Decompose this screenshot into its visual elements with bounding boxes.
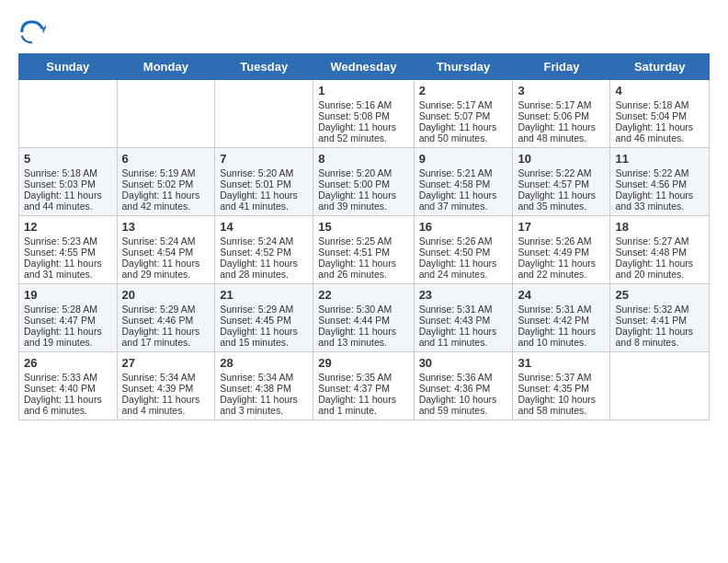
- day-info-line: and 20 minutes.: [615, 269, 704, 280]
- day-info-line: and 31 minutes.: [24, 269, 112, 280]
- day-info-line: Sunset: 5:06 PM: [518, 110, 605, 121]
- day-info-line: and 15 minutes.: [220, 337, 308, 348]
- day-info-line: and 46 minutes.: [615, 132, 704, 144]
- calendar-cell: 31Sunrise: 5:37 AMSunset: 4:35 PMDayligh…: [513, 352, 610, 420]
- day-info-line: Sunset: 4:35 PM: [518, 383, 605, 394]
- day-info-line: Daylight: 11 hours: [518, 121, 605, 132]
- day-info-line: and 37 minutes.: [419, 201, 508, 212]
- day-info-line: Sunrise: 5:34 AM: [122, 372, 210, 383]
- day-info-line: and 17 minutes.: [122, 337, 210, 348]
- day-info-line: Sunset: 4:49 PM: [518, 247, 605, 258]
- calendar-cell: 5Sunrise: 5:18 AMSunset: 5:03 PMDaylight…: [19, 148, 118, 216]
- day-info-line: and 41 minutes.: [220, 201, 308, 212]
- weekday-header-tuesday: Tuesday: [215, 54, 313, 80]
- day-info-line: Sunset: 4:46 PM: [122, 315, 210, 326]
- day-info-line: Sunset: 5:03 PM: [24, 178, 112, 190]
- weekday-header-row: SundayMondayTuesdayWednesdayThursdayFrid…: [19, 54, 710, 80]
- day-number: 17: [518, 220, 605, 234]
- day-info-line: Sunset: 5:07 PM: [419, 110, 508, 121]
- day-info-line: Daylight: 11 hours: [122, 258, 210, 269]
- day-info-line: Sunset: 4:41 PM: [615, 315, 704, 326]
- day-info-line: Sunrise: 5:24 AM: [122, 236, 210, 247]
- calendar-cell: 17Sunrise: 5:26 AMSunset: 4:49 PMDayligh…: [513, 216, 610, 284]
- day-info-line: Sunrise: 5:36 AM: [419, 372, 508, 383]
- calendar-cell: 22Sunrise: 5:30 AMSunset: 4:44 PMDayligh…: [313, 284, 414, 352]
- day-info-line: Daylight: 11 hours: [220, 394, 308, 405]
- day-info-line: and 8 minutes.: [615, 337, 704, 348]
- day-number: 10: [518, 152, 605, 166]
- day-info-line: Sunset: 4:44 PM: [318, 315, 408, 326]
- day-info-line: Sunrise: 5:29 AM: [220, 304, 308, 315]
- day-number: 24: [518, 288, 605, 302]
- day-info-line: Sunset: 4:42 PM: [518, 315, 605, 326]
- day-info-line: Sunrise: 5:31 AM: [419, 304, 508, 315]
- day-info-line: Sunset: 4:40 PM: [24, 383, 112, 394]
- calendar-cell: 8Sunrise: 5:20 AMSunset: 5:00 PMDaylight…: [313, 148, 414, 216]
- day-info-line: Daylight: 11 hours: [220, 190, 308, 201]
- calendar-week-row: 26Sunrise: 5:33 AMSunset: 4:40 PMDayligh…: [19, 352, 710, 420]
- day-info-line: Sunrise: 5:17 AM: [518, 99, 605, 110]
- day-info-line: Sunrise: 5:26 AM: [419, 236, 508, 247]
- day-number: 30: [419, 356, 508, 370]
- day-info-line: Sunrise: 5:21 AM: [419, 167, 508, 178]
- day-info-line: and 35 minutes.: [518, 201, 605, 212]
- day-info-line: Sunrise: 5:28 AM: [24, 304, 112, 315]
- day-number: 13: [122, 220, 210, 234]
- calendar-cell: 7Sunrise: 5:20 AMSunset: 5:01 PMDaylight…: [215, 148, 313, 216]
- day-number: 1: [318, 84, 408, 98]
- day-info-line: and 11 minutes.: [419, 337, 508, 348]
- day-info-line: Daylight: 11 hours: [122, 394, 210, 405]
- day-info-line: Sunset: 5:01 PM: [220, 178, 308, 190]
- day-info-line: Sunrise: 5:29 AM: [122, 304, 210, 315]
- day-info-line: Daylight: 11 hours: [419, 121, 508, 132]
- day-info-line: Sunrise: 5:30 AM: [318, 304, 408, 315]
- day-number: 20: [122, 288, 210, 302]
- calendar-week-row: 12Sunrise: 5:23 AMSunset: 4:55 PMDayligh…: [19, 216, 710, 284]
- day-info-line: Sunset: 4:52 PM: [220, 247, 308, 258]
- calendar-cell: 1Sunrise: 5:16 AMSunset: 5:08 PMDaylight…: [313, 80, 414, 148]
- calendar-cell: [19, 80, 118, 148]
- logo-icon: [18, 18, 46, 46]
- calendar-cell: [215, 80, 313, 148]
- calendar-week-row: 5Sunrise: 5:18 AMSunset: 5:03 PMDaylight…: [19, 148, 710, 216]
- day-info-line: Sunrise: 5:18 AM: [615, 99, 704, 110]
- day-number: 23: [419, 288, 508, 302]
- day-info-line: Sunset: 4:36 PM: [419, 383, 508, 394]
- calendar-cell: 11Sunrise: 5:22 AMSunset: 4:56 PMDayligh…: [610, 148, 710, 216]
- day-info-line: Daylight: 11 hours: [318, 258, 408, 269]
- day-info-line: Sunset: 4:54 PM: [122, 247, 210, 258]
- calendar-cell: 4Sunrise: 5:18 AMSunset: 5:04 PMDaylight…: [610, 80, 710, 148]
- day-info-line: Daylight: 11 hours: [419, 190, 508, 201]
- day-info-line: and 13 minutes.: [318, 337, 408, 348]
- day-info-line: Daylight: 11 hours: [318, 394, 408, 405]
- day-info-line: Sunset: 4:56 PM: [615, 178, 704, 190]
- page-header: [18, 18, 710, 46]
- day-info-line: Sunrise: 5:31 AM: [518, 304, 605, 315]
- day-number: 8: [318, 152, 408, 166]
- calendar-cell: 16Sunrise: 5:26 AMSunset: 4:50 PMDayligh…: [414, 216, 513, 284]
- day-info-line: and 6 minutes.: [24, 405, 112, 416]
- day-info-line: and 4 minutes.: [122, 405, 210, 416]
- day-info-line: and 29 minutes.: [122, 269, 210, 280]
- day-info-line: Sunset: 5:00 PM: [318, 178, 408, 190]
- day-info-line: Sunset: 4:43 PM: [419, 315, 508, 326]
- day-info-line: Sunset: 4:50 PM: [419, 247, 508, 258]
- calendar-cell: 13Sunrise: 5:24 AMSunset: 4:54 PMDayligh…: [117, 216, 215, 284]
- calendar-cell: 12Sunrise: 5:23 AMSunset: 4:55 PMDayligh…: [19, 216, 118, 284]
- weekday-header-sunday: Sunday: [19, 54, 118, 80]
- day-info-line: Sunrise: 5:35 AM: [318, 372, 408, 383]
- calendar-cell: 26Sunrise: 5:33 AMSunset: 4:40 PMDayligh…: [19, 352, 118, 420]
- day-info-line: Sunrise: 5:18 AM: [24, 167, 112, 178]
- day-info-line: Daylight: 11 hours: [220, 326, 308, 337]
- day-info-line: Sunrise: 5:24 AM: [220, 236, 308, 247]
- weekday-header-saturday: Saturday: [610, 54, 710, 80]
- calendar-cell: 15Sunrise: 5:25 AMSunset: 4:51 PMDayligh…: [313, 216, 414, 284]
- day-info-line: Sunset: 5:08 PM: [318, 110, 408, 121]
- day-info-line: Sunset: 4:37 PM: [318, 383, 408, 394]
- calendar-cell: 18Sunrise: 5:27 AMSunset: 4:48 PMDayligh…: [610, 216, 710, 284]
- day-info-line: Sunrise: 5:25 AM: [318, 236, 408, 247]
- day-info-line: Sunrise: 5:19 AM: [122, 167, 210, 178]
- weekday-header-thursday: Thursday: [414, 54, 513, 80]
- logo: [18, 18, 50, 46]
- day-info-line: and 59 minutes.: [419, 405, 508, 416]
